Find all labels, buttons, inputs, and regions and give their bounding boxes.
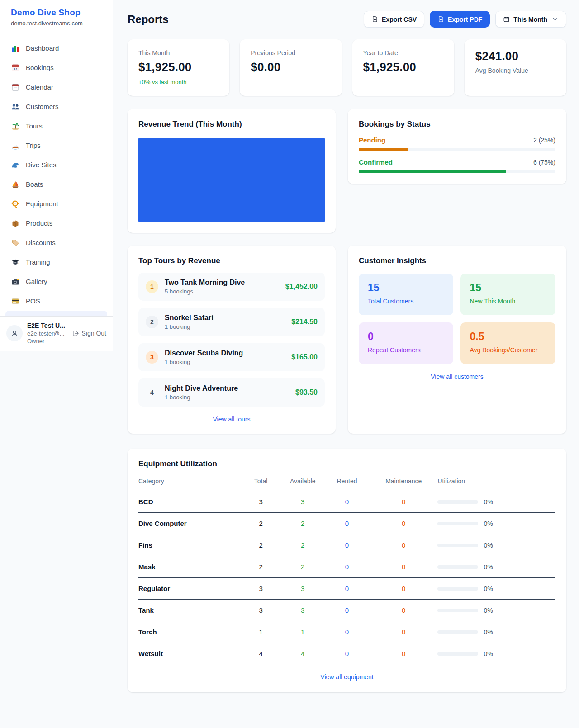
cell-utilization: 0% [437, 513, 555, 534]
table-row: Fins 2 2 0 0 0% [138, 534, 555, 556]
tour-name: Snorkel Safari [165, 314, 214, 321]
cell-utilization: 0% [437, 578, 555, 600]
cell-total: 2 [240, 534, 281, 556]
cell-available: 2 [281, 556, 324, 578]
tour-name: Discover Scuba Diving [165, 349, 243, 357]
tour-row: 1 Two Tank Morning Dive 5 bookings $1,45… [138, 273, 325, 301]
sidebar-item-dashboard[interactable]: Dashboard [0, 38, 113, 58]
utilization-bar-track [437, 522, 478, 525]
status-bar-fill [359, 148, 408, 151]
sidebar-item-equipment[interactable]: Equipment [0, 194, 113, 213]
cell-available: 3 [281, 600, 324, 621]
sidebar-item-dive-sites[interactable]: Dive Sites [0, 155, 113, 175]
cell-category: Regulator [138, 578, 240, 600]
stat-label: Previous Period [251, 49, 331, 57]
avatar [6, 325, 23, 341]
sidebar-item-pos[interactable]: POS [0, 291, 113, 311]
page-header: Reports Export CSV Export PDF This Month [128, 11, 566, 28]
sidebar-item-customers[interactable]: Customers [0, 97, 113, 116]
table-row: Torch 1 1 0 0 0% [138, 621, 555, 643]
tile-label: New This Month [470, 298, 546, 305]
utilization-percent: 0% [484, 629, 493, 636]
cell-total: 3 [240, 578, 281, 600]
sign-out-button[interactable]: Sign Out [72, 330, 106, 337]
stat-value: $0.00 [251, 60, 331, 74]
column-header-available: Available [281, 477, 324, 491]
tile-total-customers: 15 Total Customers [359, 274, 453, 315]
sidebar-item-training[interactable]: Training [0, 252, 113, 272]
tour-revenue: $214.50 [291, 318, 318, 326]
tile-value: 0 [368, 331, 444, 343]
bookings-calendar-icon: 17 [11, 63, 20, 72]
file-download-icon [371, 16, 378, 23]
utilization-bar-track [437, 630, 478, 634]
user-name: E2E Test U... [27, 322, 67, 329]
cell-category: Fins [138, 534, 240, 556]
column-header-rented: Rented [324, 477, 370, 491]
revenue-trend-chart [138, 138, 325, 222]
cell-available: 4 [281, 643, 324, 665]
period-dropdown[interactable]: This Month [495, 11, 566, 28]
cell-maintenance: 0 [370, 621, 437, 643]
dashboard-chart-icon [11, 44, 20, 53]
tour-row: 4 Night Dive Adventure 1 booking $93.50 [138, 378, 325, 407]
sidebar-item-calendar[interactable]: Calendar [0, 77, 113, 97]
customer-insights-card: Customer Insights 15 Total Customers 15 … [348, 246, 566, 434]
cell-rented: 0 [324, 513, 370, 534]
table-row: Wetsuit 4 4 0 0 0% [138, 643, 555, 665]
cell-available: 2 [281, 534, 324, 556]
tour-revenue: $93.50 [295, 388, 318, 397]
table-row: Regulator 3 3 0 0 0% [138, 578, 555, 600]
tour-row: 2 Snorkel Safari 1 booking $214.50 [138, 308, 325, 336]
discounts-tag-icon [11, 238, 20, 247]
chevron-down-icon [552, 16, 559, 23]
cell-maintenance: 0 [370, 513, 437, 534]
status-row-pending: Pending 2 (25%) [359, 136, 555, 151]
stat-value: $1,925.00 [363, 60, 443, 74]
sidebar-item-label: Discounts [26, 239, 56, 246]
tour-bookings: 1 booking [165, 323, 285, 330]
equipment-table: Category Total Available Rented Maintena… [138, 477, 555, 664]
customers-people-icon [11, 102, 20, 111]
sidebar-item-trips[interactable]: Trips [0, 136, 113, 155]
tile-label: Total Customers [368, 298, 444, 305]
brand-name[interactable]: Demo Dive Shop [11, 8, 102, 18]
utilization-percent: 0% [484, 542, 493, 549]
export-pdf-button[interactable]: Export PDF [430, 11, 490, 28]
view-all-equipment-link[interactable]: View all equipment [138, 673, 555, 681]
stat-card-year-to-date: Year to Date $1,925.00 [352, 39, 454, 96]
cell-category: Mask [138, 556, 240, 578]
app-window: Demo Dive Shop demo.test.divestreams.com… [0, 0, 579, 728]
gallery-camera-icon [11, 277, 20, 286]
bookings-by-status-title: Bookings by Status [359, 120, 555, 129]
column-header-maintenance: Maintenance [370, 477, 437, 491]
utilization-percent: 0% [484, 520, 493, 527]
stats-grid: This Month $1,925.00 +0% vs last month P… [128, 39, 566, 96]
export-csv-button[interactable]: Export CSV [364, 11, 424, 28]
cell-available: 3 [281, 578, 324, 600]
cell-maintenance: 0 [370, 534, 437, 556]
cell-category: Dive Computer [138, 513, 240, 534]
sidebar-item-discounts[interactable]: Discounts [0, 233, 113, 252]
tour-bookings: 1 booking [165, 394, 289, 401]
nav-item-active-partial[interactable] [5, 311, 107, 316]
boats-sailboat-icon [11, 180, 20, 189]
status-row-confirmed: Confirmed 6 (75%) [359, 158, 555, 173]
sidebar-panel: Demo Dive Shop demo.test.divestreams.com… [0, 0, 113, 351]
top-tours-card: Top Tours by Revenue 1 Two Tank Morning … [128, 246, 336, 434]
sign-out-label: Sign Out [82, 330, 106, 337]
sidebar-item-tours[interactable]: Tours [0, 116, 113, 136]
cell-total: 2 [240, 556, 281, 578]
sidebar-item-products[interactable]: Products [0, 213, 113, 233]
tour-revenue: $165.00 [291, 353, 318, 361]
sidebar-item-bookings[interactable]: 17 Bookings [0, 58, 113, 77]
view-all-customers-link[interactable]: View all customers [359, 373, 555, 380]
sidebar-item-boats[interactable]: Boats [0, 175, 113, 194]
brand-domain: demo.test.divestreams.com [11, 20, 102, 27]
sidebar-item-gallery[interactable]: Gallery [0, 272, 113, 291]
cell-category: Torch [138, 621, 240, 643]
tile-value: 15 [368, 282, 444, 294]
tile-value: 15 [470, 282, 546, 294]
view-all-tours-link[interactable]: View all tours [138, 416, 325, 423]
customer-insights-title: Customer Insights [359, 256, 555, 265]
